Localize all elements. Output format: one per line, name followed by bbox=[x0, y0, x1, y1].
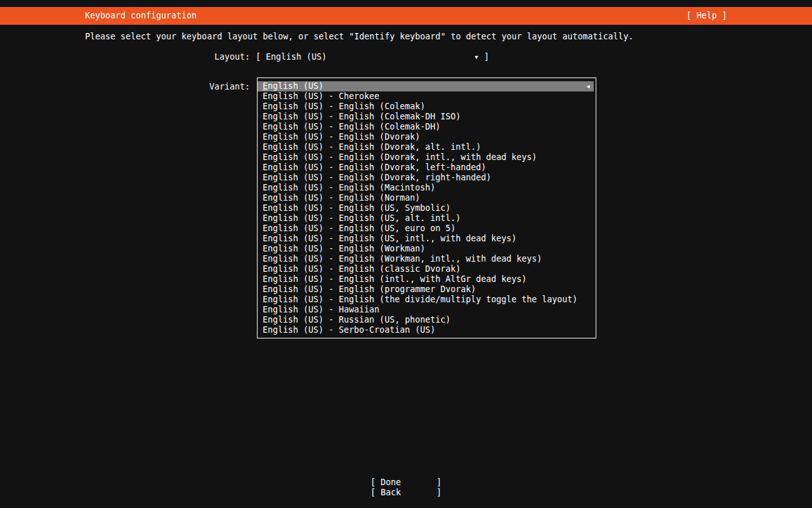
variant-option[interactable]: English (US) - English (Dvorak, right-ha… bbox=[258, 173, 596, 183]
variant-option[interactable]: English (US) - English (Colemak-DH ISO) bbox=[258, 112, 596, 122]
variant-option[interactable]: English (US) - English (the divide/multi… bbox=[258, 295, 596, 305]
variant-label: Variant: bbox=[85, 77, 250, 92]
variant-option[interactable]: English (US) - English (programmer Dvora… bbox=[258, 284, 596, 295]
variant-option[interactable]: English (US) - English (Norman) bbox=[258, 193, 596, 203]
selected-text-rest: nglish (US) bbox=[268, 81, 324, 91]
variant-option[interactable]: English (US) - Hawaiian bbox=[258, 305, 596, 315]
variant-option[interactable]: English (US) - English (US, intl., with … bbox=[258, 234, 596, 244]
variant-option[interactable]: English (US) - English (classic Dvorak) bbox=[258, 264, 596, 274]
variant-option-selected[interactable]: English (US) ◂ bbox=[258, 81, 594, 91]
variant-field-row: Variant: English (US) ◂ English (US) - C… bbox=[85, 77, 812, 338]
chevron-down-icon: ▾ bbox=[474, 52, 479, 62]
variant-option[interactable]: English (US) - Cherokee bbox=[258, 91, 596, 102]
selected-left-arrow-icon: ◂ bbox=[586, 81, 591, 91]
back-button[interactable]: [ Back ] bbox=[0, 488, 812, 498]
page-title: Keyboard configuration bbox=[85, 11, 197, 21]
variant-option[interactable]: English (US) - English (Dvorak, left-han… bbox=[258, 163, 596, 173]
cursor-char: E bbox=[263, 81, 268, 91]
variant-option[interactable]: English (US) - English (Macintosh) bbox=[258, 183, 596, 193]
layout-dropdown-right: ▾ ] bbox=[474, 52, 489, 62]
variant-option[interactable]: English (US) - English (Dvorak, alt. int… bbox=[258, 142, 596, 152]
layout-dropdown[interactable]: [ English (US) ▾ ] bbox=[256, 52, 489, 62]
done-button[interactable]: [ Done ] bbox=[0, 478, 812, 488]
layout-dropdown-value: [ English (US) bbox=[256, 52, 327, 62]
variant-option[interactable]: English (US) - English (intl., with AltG… bbox=[258, 274, 596, 284]
variant-listbox: English (US) ◂ English (US) - Cherokee E… bbox=[257, 77, 596, 338]
layout-field-row: Layout: [ English (US) ▾ ] bbox=[85, 52, 812, 62]
layout-close-bracket: ] bbox=[484, 52, 489, 62]
variant-option-selected-text: English (US) bbox=[263, 81, 324, 91]
variant-option[interactable]: English (US) - English (US, Symbolic) bbox=[258, 203, 596, 213]
variant-option[interactable]: English (US) - Serbo-Croatian (US) bbox=[258, 325, 596, 335]
variant-option[interactable]: English (US) - English (US, alt. intl.) bbox=[258, 213, 596, 224]
variant-option[interactable]: English (US) - English (Colemak) bbox=[258, 102, 596, 112]
variant-option[interactable]: English (US) - English (Colemak-DH) bbox=[258, 122, 596, 132]
variant-option[interactable]: English (US) - English (Dvorak, intl., w… bbox=[258, 152, 596, 163]
variant-option[interactable]: English (US) - English (Workman) bbox=[258, 244, 596, 254]
header-bar: Keyboard configuration [ Help ] bbox=[0, 7, 812, 25]
variant-option[interactable]: English (US) - English (Dvorak) bbox=[258, 132, 596, 142]
variant-option[interactable]: English (US) - English (Workman, intl., … bbox=[258, 254, 596, 264]
variant-option[interactable]: English (US) - English (US, euro on 5) bbox=[258, 224, 596, 234]
variant-option[interactable]: English (US) - Russian (US, phonetic) bbox=[258, 315, 596, 325]
top-strip bbox=[0, 0, 812, 7]
footer-actions: [ Done ] [ Back ] bbox=[0, 478, 812, 498]
layout-label: Layout: bbox=[85, 52, 250, 62]
help-button[interactable]: [ Help ] bbox=[686, 11, 727, 21]
instruction-text: Please select your keyboard layout below… bbox=[85, 32, 812, 42]
